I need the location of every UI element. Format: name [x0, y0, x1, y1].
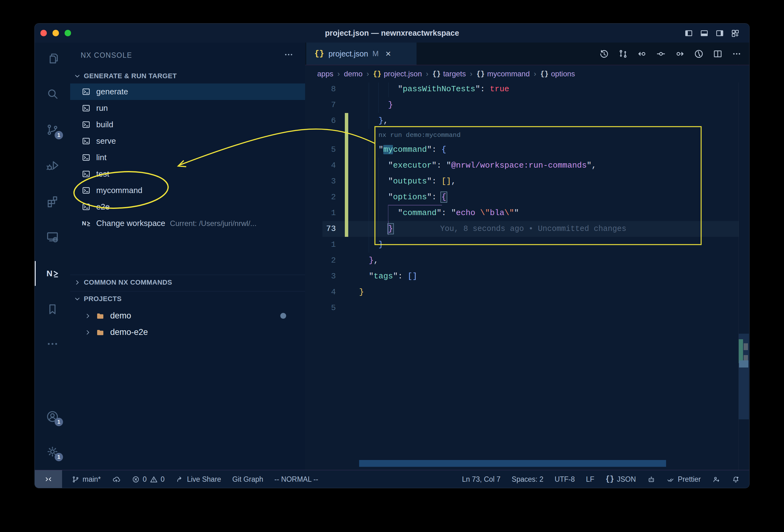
feedback-icon [712, 475, 720, 483]
section-projects[interactable]: PROJECTS [70, 291, 305, 306]
status-problems[interactable]: 00 [132, 475, 165, 483]
code-line[interactable]: 2"options": { [305, 189, 749, 205]
code-line[interactable]: 1} [305, 237, 749, 253]
target-label: mycommand [96, 186, 142, 195]
customize-layout-icon[interactable] [731, 29, 740, 38]
code-line[interactable]: 5"mycommand": { [305, 142, 749, 158]
notifications-icon [732, 475, 740, 483]
target-item-build[interactable]: build [70, 116, 305, 133]
project-item-demo[interactable]: demo [70, 308, 305, 324]
line-number: 8 [305, 81, 336, 97]
status-git-branch[interactable]: main* [72, 475, 101, 483]
close-tab-icon[interactable]: × [386, 49, 391, 58]
target-item-serve[interactable]: serve [70, 133, 305, 149]
breadcrumb-apps[interactable]: apps [317, 69, 333, 78]
status-cursor-position[interactable]: Ln 73, Col 7 [462, 475, 501, 483]
status-notifications[interactable] [732, 475, 740, 483]
target-item-generate[interactable]: generate [70, 83, 305, 100]
status-sync-icon[interactable] [112, 475, 120, 483]
target-item-lint[interactable]: lint [70, 149, 305, 166]
modified-lines-gutter [345, 113, 348, 129]
nx-logo-icon: N [81, 219, 91, 228]
project-item-demo-e2e[interactable]: demo-e2e [70, 324, 305, 340]
code-line[interactable]: 3"outputs": [], [305, 173, 749, 189]
codelens-row[interactable]: nx run demo:mycommand [305, 129, 749, 142]
breadcrumb-options[interactable]: {}options [540, 69, 575, 78]
code-line[interactable]: 7} [305, 97, 749, 113]
activity-run-and-debug[interactable] [35, 151, 70, 180]
breadcrumb-demo[interactable]: demo [344, 69, 363, 78]
previous-change-icon[interactable] [637, 49, 647, 59]
chevron-down-icon [73, 72, 81, 80]
target-item-run[interactable]: run [70, 100, 305, 116]
next-change-icon[interactable] [675, 49, 685, 59]
activity-extensions[interactable] [35, 187, 70, 216]
braces-icon: {} [540, 70, 549, 78]
status-formatter-prettier[interactable]: Prettier [667, 475, 701, 483]
code-editor[interactable]: 8"passWithNoTests": true7}6},nx run demo… [305, 81, 749, 460]
chevron-right-icon [73, 278, 81, 286]
project-dot-badge [280, 313, 286, 319]
activity-search[interactable] [35, 80, 70, 108]
status-feedback[interactable] [712, 475, 720, 483]
activity-more-views[interactable] [35, 330, 70, 358]
line-number: 3 [305, 173, 336, 189]
code-line[interactable]: 2}, [305, 253, 749, 269]
change-workspace-item[interactable]: NChange workspaceCurrent: /Users/juri/nr… [70, 215, 305, 231]
breadcrumb-project.json[interactable]: {}project.json [373, 69, 422, 78]
toggle-panel-bottom-icon[interactable] [700, 29, 709, 38]
target-item-e2e[interactable]: e2e [70, 199, 305, 215]
activity-settings[interactable]: 1 [35, 437, 70, 466]
breadcrumb-mycommand[interactable]: {}mycommand [476, 69, 530, 78]
code-line[interactable]: 4} [305, 284, 749, 300]
code-line[interactable]: 5 [305, 300, 749, 316]
status-hubot[interactable] [647, 475, 655, 483]
toggle-panel-left-icon[interactable] [684, 29, 693, 38]
activity-source-control[interactable]: 1 [35, 115, 70, 144]
status-encoding[interactable]: UTF-8 [555, 475, 575, 483]
current-change-icon[interactable] [656, 49, 666, 59]
activity-bookmarks[interactable] [35, 295, 70, 324]
vscode-window: project.json — newnxreactwrkspace 1N11 N… [35, 24, 749, 488]
more-actions-icon[interactable] [732, 49, 742, 59]
timeline-history-icon[interactable] [599, 49, 609, 59]
settings-icon: 1 [46, 445, 59, 458]
horizontal-scrollbar[interactable] [359, 460, 666, 467]
sidebar-more-actions-icon[interactable] [283, 49, 294, 60]
terminal-icon [81, 202, 91, 212]
activity-explorer[interactable] [35, 44, 70, 73]
code-line[interactable]: 8"passWithNoTests": true [305, 81, 749, 97]
chevron-right-icon[interactable] [84, 312, 92, 320]
status-vim-mode[interactable]: -- NORMAL -- [274, 475, 318, 483]
target-item-test[interactable]: test [70, 166, 305, 182]
modified-lines-gutter [345, 205, 348, 221]
split-editor-icon[interactable] [712, 49, 723, 59]
status-language-mode[interactable]: {}JSON [606, 475, 636, 483]
activity-accounts[interactable]: 1 [35, 402, 70, 431]
code-line[interactable]: 6}, [305, 113, 749, 129]
target-item-mycommand[interactable]: mycommand [70, 182, 305, 199]
codelens-run-command[interactable]: nx run demo:mycommand [379, 129, 460, 142]
section-generate-run-target[interactable]: GENERATE & RUN TARGET [70, 68, 305, 83]
run-timeline-icon[interactable] [694, 49, 704, 59]
accounts-badge: 1 [55, 418, 63, 426]
status-eol[interactable]: LF [586, 475, 594, 483]
chevron-right-icon[interactable] [84, 328, 92, 336]
breadcrumb-targets[interactable]: {}targets [432, 69, 466, 78]
code-line[interactable]: 73}You, 8 seconds ago • Uncommitted chan… [305, 221, 749, 237]
section-common-nx-commands[interactable]: COMMON NX COMMANDS [70, 275, 305, 290]
code-line[interactable]: 1"command": "echo \"bla\"" [305, 205, 749, 221]
code-line[interactable]: 3"tags": [] [305, 269, 749, 284]
change-workspace-label: Change workspace [96, 219, 165, 228]
status-remote-indicator[interactable] [35, 470, 62, 488]
code-line[interactable]: 4"executor": "@nrwl/workspace:run-comman… [305, 158, 749, 173]
status-git-graph[interactable]: Git Graph [232, 475, 263, 483]
activity-nx-console[interactable]: N [35, 259, 70, 288]
compare-changes-icon[interactable] [618, 49, 628, 59]
tab-bar: {} project.json M × [305, 43, 749, 65]
toggle-panel-right-icon[interactable] [715, 29, 724, 38]
status-live-share[interactable]: Live Share [176, 475, 221, 483]
tab-project-json[interactable]: {} project.json M × [306, 43, 417, 65]
activity-remote-explorer[interactable] [35, 223, 70, 251]
status-indentation[interactable]: Spaces: 2 [512, 475, 543, 483]
